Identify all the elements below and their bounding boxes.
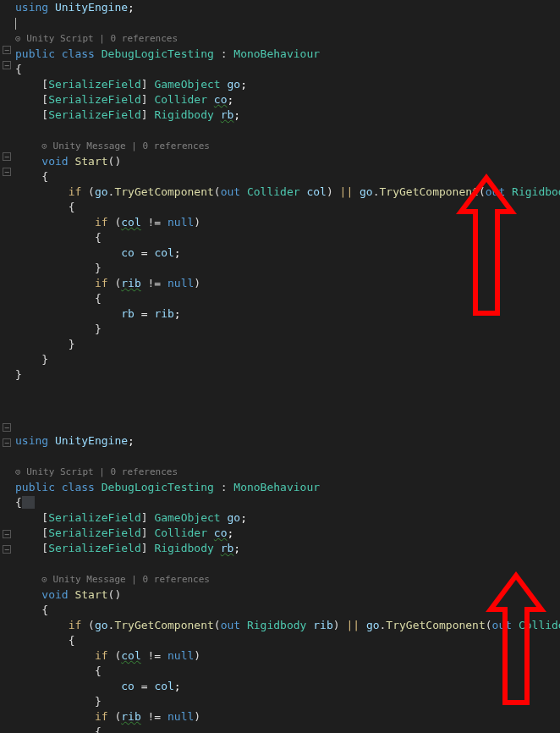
method-start: Start bbox=[74, 155, 107, 168]
base-class: MonoBehaviour bbox=[233, 47, 320, 60]
kw-class: class bbox=[62, 47, 95, 60]
class-name: DebugLogicTesting bbox=[102, 47, 214, 60]
codelens-refs[interactable]: ⊙ Unity Script | 0 references bbox=[15, 33, 178, 44]
type-rigidbody: Rigidbody bbox=[154, 108, 213, 121]
codelens-refs[interactable]: ⊙ Unity Script | 0 references bbox=[15, 466, 178, 477]
fold-icon[interactable]: − bbox=[3, 438, 11, 447]
fold-icon[interactable]: − bbox=[3, 61, 11, 69]
type-collider: Collider bbox=[154, 93, 207, 106]
fold-icon[interactable]: − bbox=[3, 46, 11, 54]
type-gameobject: GameObject bbox=[154, 78, 220, 91]
codelens-refs[interactable]: ⊙ Unity Message | 0 references bbox=[41, 141, 210, 152]
fold-icon[interactable]: − bbox=[3, 168, 11, 176]
divider bbox=[0, 383, 560, 433]
code-block-1[interactable]: using UnityEngine; ⊙ Unity Script | 0 re… bbox=[15, 0, 560, 383]
kw-public: public bbox=[15, 47, 55, 60]
fold-icon[interactable]: − bbox=[3, 530, 11, 538]
gutter: − − − − bbox=[0, 381, 15, 733]
kw-void: void bbox=[41, 155, 68, 168]
code-editor[interactable]: − − − − using UnityEngine; ⊙ Unity Scrip… bbox=[0, 0, 560, 733]
code-block-2[interactable]: using UnityEngine; ⊙ Unity Script | 0 re… bbox=[15, 433, 560, 733]
fn-trygetcomponent: TryGetComponent bbox=[114, 185, 213, 198]
codelens-refs[interactable]: ⊙ Unity Message | 0 references bbox=[41, 574, 210, 585]
attr-serializefield: SerializeField bbox=[48, 78, 141, 91]
fold-icon[interactable]: − bbox=[3, 545, 11, 554]
fold-icon[interactable]: − bbox=[3, 423, 11, 432]
kw-using: using bbox=[15, 1, 48, 14]
kw-if: if bbox=[69, 185, 82, 198]
fold-icon[interactable]: − bbox=[3, 152, 11, 161]
ns: UnityEngine bbox=[55, 1, 128, 14]
text-cursor bbox=[15, 18, 16, 30]
field-rb: rb bbox=[221, 108, 234, 121]
field-go: go bbox=[227, 78, 240, 91]
field-co: co bbox=[214, 93, 228, 106]
